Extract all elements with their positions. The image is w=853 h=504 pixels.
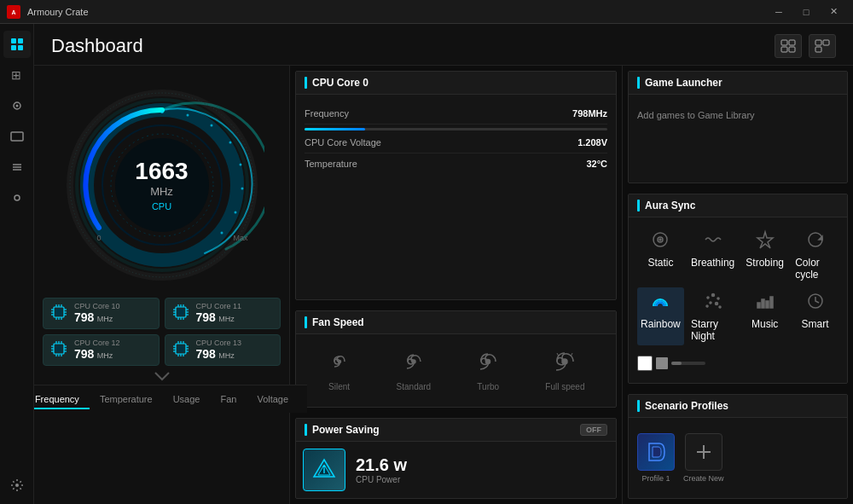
main-content: 0 Max 1663 MHz CPU	[34, 66, 853, 504]
scenario-profiles-header: Scenario Profiles	[629, 395, 847, 418]
svg-rect-16	[781, 47, 787, 52]
aura-starry-night-icon	[703, 291, 723, 316]
aura-options-grid: Static Breathing	[637, 226, 838, 345]
fan-panel-body: Silent	[296, 334, 616, 407]
scroll-chevron[interactable]	[154, 369, 171, 385]
aura-speed-indicator	[656, 357, 668, 369]
profile-create-new[interactable]: Create New	[683, 433, 724, 483]
fan-fullspeed-icon	[553, 350, 577, 379]
aura-speed-bar	[671, 362, 705, 365]
page-header: Dashboard	[34, 24, 853, 66]
aura-starry-night[interactable]: Starry Night	[688, 287, 738, 345]
sidebar-item-scenario[interactable]: ⊞	[3, 61, 31, 89]
svg-text:0: 0	[96, 234, 101, 242]
maximize-button[interactable]: □	[793, 0, 819, 24]
core-icon-2	[49, 339, 69, 362]
power-label: CPU Power	[356, 475, 407, 484]
aura-color-cycle[interactable]: Color cycle	[792, 226, 838, 284]
cpu-core-panel-title: CPU Core 0	[312, 77, 368, 89]
aura-music[interactable]: Music	[741, 287, 788, 345]
svg-point-107	[707, 297, 709, 298]
scenario-profiles-panel: Scenario Profiles	[628, 394, 848, 499]
freq-bar-fill	[305, 128, 365, 130]
fan-silent-icon	[328, 350, 351, 379]
tab-fan[interactable]: Fan	[210, 391, 247, 409]
metric-frequency: Frequency 798MHz	[305, 103, 607, 125]
svg-rect-115	[762, 299, 764, 308]
grid-view-button[interactable]	[775, 34, 802, 58]
aura-smart-label: Smart	[802, 318, 829, 330]
game-launcher-title: Game Launcher	[645, 77, 722, 89]
fan-silent[interactable]: Silent	[328, 350, 351, 391]
core-freq-2: 798	[74, 347, 94, 361]
game-add-message: Add games to Game Library	[637, 103, 838, 127]
aura-rainbow-label: Rainbow	[641, 318, 681, 330]
tab-voltage[interactable]: Voltage	[247, 391, 299, 409]
tab-temperature[interactable]: Temperature	[90, 391, 163, 409]
close-button[interactable]: ✕	[821, 0, 846, 24]
aura-music-icon	[755, 291, 775, 316]
svg-point-98	[562, 359, 567, 364]
app-title: Armoury Crate	[27, 7, 89, 17]
tab-frequency[interactable]: Frequency	[34, 391, 90, 409]
power-toggle[interactable]: OFF	[580, 424, 607, 436]
svg-point-30	[210, 125, 212, 127]
svg-rect-18	[815, 40, 821, 45]
sidebar-item-dashboard[interactable]	[3, 31, 31, 58]
game-launcher-header: Game Launcher	[629, 72, 847, 95]
core-name-2: CPU Core 12	[74, 339, 120, 347]
aura-rainbow[interactable]: Rainbow	[637, 287, 684, 345]
gauge-value: 1663	[135, 159, 188, 183]
fan-standard-icon	[402, 350, 426, 379]
aura-breathing[interactable]: Breathing	[688, 226, 738, 284]
window-controls[interactable]: ─ □ ✕	[766, 0, 846, 24]
metric-temperature: Temperature 32°C	[305, 154, 607, 174]
app-icon: A	[7, 5, 20, 19]
fan-turbo[interactable]: Turbo	[476, 350, 500, 391]
profile-1[interactable]: Profile 1	[637, 433, 675, 483]
fan-standard[interactable]: Standard	[397, 350, 432, 391]
svg-rect-94	[177, 345, 184, 352]
gauge-label: CPU	[135, 201, 188, 211]
titlebar-left: A Armoury Crate	[7, 5, 89, 19]
svg-rect-4	[11, 45, 16, 50]
aura-header-accent	[637, 200, 640, 211]
aura-color-white[interactable]	[637, 356, 653, 371]
svg-text:⊞: ⊞	[11, 68, 21, 82]
minimize-button[interactable]: ─	[766, 0, 792, 24]
aura-strobing[interactable]: Strobing	[741, 226, 788, 284]
core-item-2: CPU Core 12 798 MHz	[43, 334, 160, 366]
list-view-button[interactable]	[809, 34, 836, 58]
sidebar-item-lighting[interactable]	[3, 92, 31, 119]
core-name-3: CPU Core 13	[196, 339, 242, 347]
sidebar-item-settings2[interactable]	[3, 184, 31, 211]
sidebar-item-tools[interactable]	[3, 154, 31, 181]
aura-smart[interactable]: Smart	[792, 287, 838, 345]
fan-panel: Fan Speed	[295, 310, 617, 408]
svg-point-108	[711, 294, 714, 297]
fan-panel-header: Fan Speed	[296, 311, 616, 334]
game-launcher-panel: Game Launcher Add games to Game Library	[628, 71, 848, 183]
cpu-core-panel-header: CPU Core 0	[296, 72, 616, 95]
power-icon-box	[303, 449, 345, 491]
core-name-1: CPU Core 11	[196, 302, 242, 310]
voltage-label: CPU Core Voltage	[305, 137, 381, 148]
svg-rect-14	[781, 40, 787, 45]
sidebar-item-devices[interactable]	[3, 123, 31, 150]
svg-point-35	[220, 232, 223, 235]
aura-static[interactable]: Static	[637, 226, 684, 284]
svg-point-109	[717, 298, 719, 299]
profile-new-icon	[685, 433, 722, 471]
fan-fullspeed[interactable]: Full speed	[545, 350, 584, 391]
page-title: Dashboard	[51, 35, 143, 57]
svg-point-113	[719, 306, 721, 308]
sidebar-item-settings-bottom[interactable]	[3, 472, 31, 499]
scenario-profiles-title: Scenario Profiles	[645, 400, 728, 412]
titlebar: A Armoury Crate ─ □ ✕	[0, 0, 853, 24]
tab-usage[interactable]: Usage	[163, 391, 211, 409]
aura-sync-panel: Aura Sync	[628, 194, 848, 384]
svg-rect-3	[18, 38, 23, 43]
power-watts: 21.6 w	[356, 455, 407, 475]
power-panel-title: Power Saving	[312, 424, 380, 436]
fan-standard-label: Standard	[397, 382, 432, 391]
